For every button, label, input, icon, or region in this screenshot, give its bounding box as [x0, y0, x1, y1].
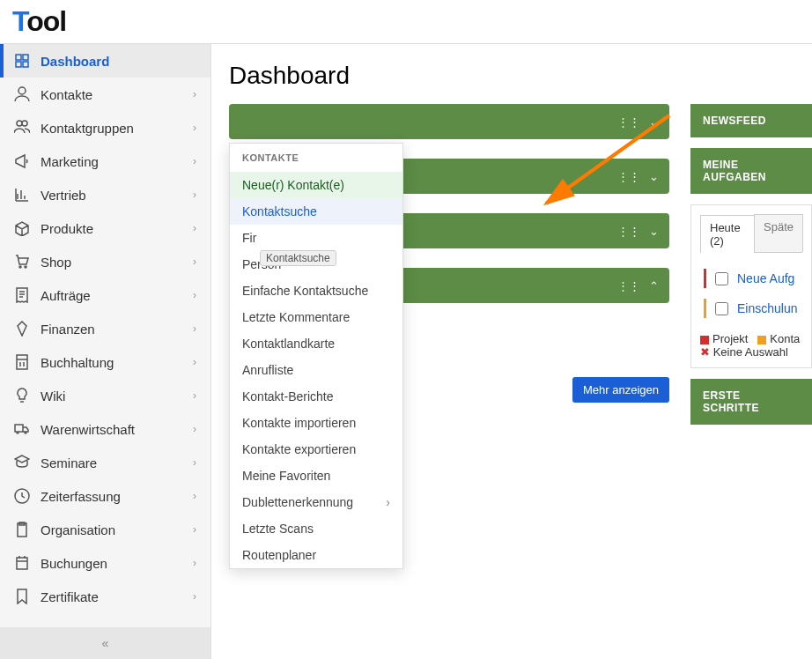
- task-row: Neue Aufg: [700, 263, 802, 293]
- sidebar-item-label: Buchhaltung: [41, 355, 114, 370]
- sidebar-item-vertrieb[interactable]: Vertrieb›: [0, 178, 210, 211]
- sidebar-item-seminare[interactable]: Seminare›: [0, 446, 210, 479]
- sidebar-item-wiki[interactable]: Wiki›: [0, 379, 210, 412]
- task-link[interactable]: Neue Aufg: [737, 271, 794, 285]
- sidebar-item-shop[interactable]: Shop›: [0, 245, 210, 278]
- priority-bar: [704, 269, 706, 288]
- sidebar-item-produkte[interactable]: Produkte›: [0, 211, 210, 245]
- user-icon: [14, 86, 30, 102]
- chevron-up-icon[interactable]: ⌃: [649, 279, 659, 292]
- clipboard-icon: [14, 522, 30, 537]
- sidebar-item-label: Zertifikate: [41, 589, 99, 604]
- sidebar-item-kontaktgruppen[interactable]: Kontaktgruppen›: [0, 111, 210, 144]
- chevron-right-icon: ›: [193, 590, 196, 603]
- sidebar-item-dashboard[interactable]: Dashboard: [0, 44, 210, 78]
- grad-icon: [14, 455, 30, 470]
- dashboard-icon: [14, 53, 30, 69]
- sidebar-item-label: Shop: [41, 255, 71, 270]
- tooltip: Kontaktsuche: [260, 250, 336, 266]
- main-content: Dashboard ⋮⋮⌄⋮⋮⌄⋮⋮⌄⋮⋮⌃ meldungen Mehr an…: [211, 44, 812, 659]
- sidebar-item-label: Aufträge: [41, 288, 91, 303]
- newsfeed-panel-header[interactable]: NEWSFEED: [690, 104, 812, 137]
- calc-icon: [14, 354, 30, 370]
- kontakte-submenu: KONTAKTE Neue(r) Kontakt(e)KontaktsucheF…: [229, 143, 403, 569]
- chevron-right-icon: ›: [193, 490, 196, 502]
- submenu-item-kontaktlandkarte[interactable]: Kontaktlandkarte: [230, 330, 402, 357]
- my-tasks-panel-header[interactable]: MEINE AUFGABEN: [690, 148, 812, 194]
- first-steps-panel-header[interactable]: ERSTE SCHRITTE: [690, 379, 812, 425]
- dashboard-widget-header[interactable]: ⋮⋮⌄: [229, 104, 669, 139]
- sidebar-item-zertifikate[interactable]: Zertifikate›: [0, 580, 210, 613]
- priority-bar: [704, 299, 706, 318]
- sidebar-item-label: Wiki: [41, 389, 65, 404]
- chevron-right-icon: ›: [193, 557, 196, 569]
- sidebar-item-label: Seminare: [41, 455, 97, 470]
- submenu-item-kontakte-exportieren[interactable]: Kontakte exportieren: [230, 436, 402, 463]
- sidebar-item-label: Dashboard: [41, 54, 109, 69]
- sidebar-item-label: Marketing: [41, 154, 99, 169]
- task-link[interactable]: Einschulun: [737, 301, 798, 315]
- users-icon: [14, 120, 30, 136]
- cart-icon: [14, 254, 30, 270]
- chevron-right-icon: ›: [193, 155, 196, 167]
- sidebar-item-label: Buchungen: [41, 556, 107, 571]
- tasks-box: Heute (2)Späte Neue AufgEinschulun Proje…: [690, 204, 812, 368]
- sidebar-item-warenwirtschaft[interactable]: Warenwirtschaft›: [0, 412, 210, 446]
- drag-handle-icon[interactable]: ⋮⋮: [617, 115, 640, 129]
- chevron-right-icon: ›: [193, 456, 196, 469]
- sidebar-item-marketing[interactable]: Marketing›: [0, 144, 210, 178]
- chevron-right-icon: ›: [193, 255, 196, 268]
- task-row: Einschulun: [700, 293, 802, 323]
- chevron-right-icon: ›: [193, 423, 196, 435]
- drag-handle-icon[interactable]: ⋮⋮: [617, 279, 640, 292]
- submenu-item-meine-favoriten[interactable]: Meine Favoriten: [230, 463, 402, 489]
- logo: Tool: [12, 5, 66, 38]
- submenu-item-routenplaner[interactable]: Routenplaner: [230, 542, 402, 568]
- tab-sp-te[interactable]: Späte: [754, 214, 803, 252]
- drag-handle-icon[interactable]: ⋮⋮: [617, 225, 640, 238]
- chart-icon: [14, 187, 30, 203]
- chevron-right-icon: ›: [193, 289, 196, 301]
- sidebar-collapse[interactable]: «: [0, 627, 210, 659]
- chevron-down-icon[interactable]: ⌄: [649, 115, 659, 129]
- chevron-right-icon: ›: [193, 322, 196, 335]
- calendar-icon: [14, 555, 30, 571]
- show-more-button[interactable]: Mehr anzeigen: [572, 377, 669, 403]
- submenu-item-kontaktsuche[interactable]: Kontaktsuche: [230, 198, 402, 225]
- page-title: Dashboard: [229, 62, 812, 90]
- sidebar-item-finanzen[interactable]: Finanzen›: [0, 312, 210, 345]
- sidebar-item-organisation[interactable]: Organisation›: [0, 513, 210, 546]
- submenu-item-kontakte-importieren[interactable]: Kontakte importieren: [230, 410, 402, 436]
- sidebar-item-label: Vertrieb: [41, 188, 86, 203]
- submenu-item-neue-r-kontakt-e-[interactable]: Neue(r) Kontakt(e): [230, 172, 402, 198]
- submenu-item-kontakt-berichte[interactable]: Kontakt-Berichte: [230, 383, 402, 410]
- task-checkbox[interactable]: [715, 302, 728, 315]
- sidebar: DashboardKontakte›Kontaktgruppen›Marketi…: [0, 44, 211, 659]
- chevron-right-icon: ›: [193, 523, 196, 536]
- submenu-item-anrufliste[interactable]: Anrufliste: [230, 357, 402, 383]
- submenu-item-einfache-kontaktsuche[interactable]: Einfache Kontaktsuche: [230, 278, 402, 304]
- receipt-icon: [14, 287, 30, 303]
- diamond-icon: [14, 321, 30, 337]
- tab-heute-[interactable]: Heute (2): [700, 215, 755, 253]
- sidebar-item-label: Produkte: [41, 221, 93, 236]
- chevron-down-icon[interactable]: ⌄: [649, 225, 659, 238]
- sidebar-item-buchhaltung[interactable]: Buchhaltung›: [0, 345, 210, 379]
- sidebar-item-kontakte[interactable]: Kontakte›: [0, 78, 210, 111]
- bulb-icon: [14, 388, 30, 404]
- submenu-item-dublettenerkennung[interactable]: Dublettenerkennung: [230, 489, 402, 515]
- sidebar-item-aufträge[interactable]: Aufträge›: [0, 278, 210, 312]
- drag-handle-icon[interactable]: ⋮⋮: [617, 170, 640, 183]
- sidebar-item-label: Kontaktgruppen: [41, 121, 134, 136]
- sidebar-item-zeiterfassung[interactable]: Zeiterfassung›: [0, 479, 210, 513]
- task-checkbox[interactable]: [715, 272, 728, 285]
- sidebar-item-buchungen[interactable]: Buchungen›: [0, 546, 210, 580]
- topbar: Tool: [0, 0, 812, 44]
- clock-icon: [14, 488, 30, 504]
- submenu-item-letzte-scans[interactable]: Letzte Scans: [230, 515, 402, 542]
- submenu-item-letzte-kommentare[interactable]: Letzte Kommentare: [230, 304, 402, 330]
- chevron-down-icon[interactable]: ⌄: [649, 170, 659, 183]
- submenu-item-firma[interactable]: Fir: [230, 225, 402, 251]
- chevron-right-icon: ›: [193, 389, 196, 402]
- truck-icon: [14, 421, 30, 437]
